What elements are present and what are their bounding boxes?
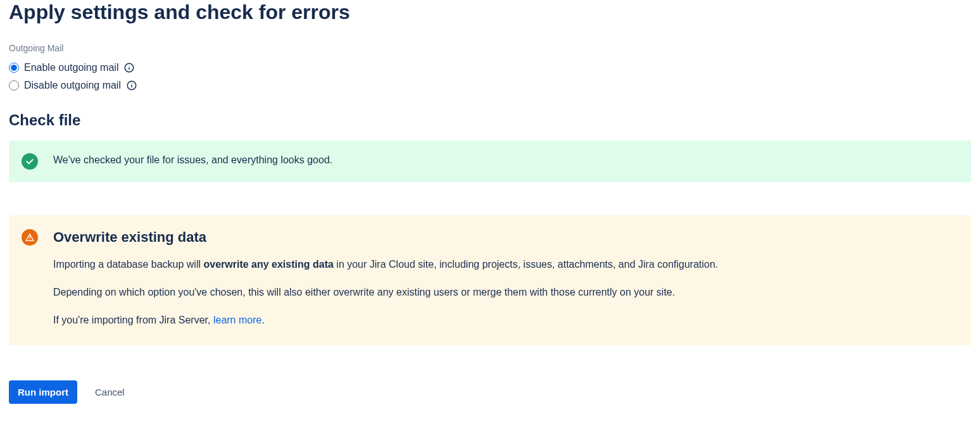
- enable-outgoing-mail-label: Enable outgoing mail: [24, 62, 118, 73]
- disable-outgoing-mail-option[interactable]: Disable outgoing mail: [9, 80, 971, 91]
- disable-outgoing-mail-radio[interactable]: [9, 80, 19, 91]
- overwrite-warning-p3-suffix: .: [261, 315, 264, 325]
- warning-triangle-icon: [22, 229, 38, 246]
- check-file-success-message: We've checked your file for issues, and …: [53, 153, 958, 166]
- page-title: Apply settings and check for errors: [9, 0, 971, 24]
- overwrite-warning-alert: Overwrite existing data Importing a data…: [9, 215, 971, 346]
- enable-outgoing-mail-radio[interactable]: [9, 63, 19, 73]
- overwrite-warning-p3-prefix: If you're importing from Jira Server,: [53, 315, 213, 325]
- overwrite-warning-paragraph-1: Importing a database backup will overwri…: [53, 257, 958, 272]
- info-icon[interactable]: [123, 62, 135, 73]
- overwrite-warning-paragraph-3: If you're importing from Jira Server, le…: [53, 313, 958, 328]
- outgoing-mail-section-label: Outgoing Mail: [9, 43, 971, 53]
- overwrite-warning-title: Overwrite existing data: [53, 229, 958, 246]
- overwrite-warning-p1-prefix: Importing a database backup will: [53, 259, 203, 270]
- check-file-success-alert: We've checked your file for issues, and …: [9, 141, 971, 182]
- overwrite-warning-paragraph-2: Depending on which option you've chosen,…: [53, 285, 958, 300]
- svg-point-7: [29, 239, 30, 240]
- footer-button-row: Run import Cancel: [9, 380, 971, 404]
- overwrite-warning-p1-suffix: in your Jira Cloud site, including proje…: [334, 259, 718, 270]
- learn-more-link[interactable]: learn more: [213, 315, 261, 325]
- check-file-heading: Check file: [9, 111, 971, 129]
- outgoing-mail-radio-group: Enable outgoing mail Disable outgoing ma…: [9, 62, 971, 91]
- overwrite-warning-p1-bold: overwrite any existing data: [203, 259, 333, 270]
- success-check-icon: [22, 153, 38, 170]
- cancel-button[interactable]: Cancel: [95, 387, 125, 397]
- info-icon[interactable]: [126, 80, 137, 91]
- svg-point-2: [129, 66, 130, 66]
- disable-outgoing-mail-label: Disable outgoing mail: [24, 80, 121, 91]
- run-import-button[interactable]: Run import: [9, 380, 77, 404]
- svg-point-5: [131, 84, 132, 84]
- enable-outgoing-mail-option[interactable]: Enable outgoing mail: [9, 62, 971, 73]
